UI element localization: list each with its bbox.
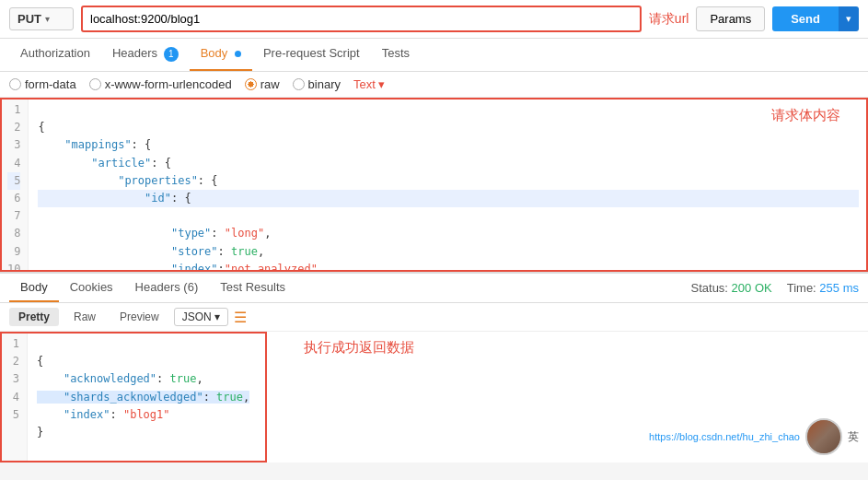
response-annotation: 执行成功返回数据: [304, 339, 414, 357]
json-format-dropdown[interactable]: JSON ▾: [174, 308, 228, 326]
response-line-numbers: 1 2 3 4 5: [0, 332, 28, 462]
send-button[interactable]: Send: [772, 6, 839, 31]
tab-authorization[interactable]: Authorization: [9, 39, 101, 71]
text-format-dropdown[interactable]: Text ▾: [353, 77, 385, 91]
request-body-annotation: 请求体内容: [771, 107, 840, 124]
response-tabs-row: Body Cookies Headers (6) Test Results St…: [0, 274, 868, 303]
json-chevron-icon: ▾: [214, 310, 220, 323]
method-chevron-icon: ▾: [45, 14, 50, 24]
footer-link[interactable]: https://blog.csdn.net/hu_zhi_chao: [649, 431, 800, 442]
request-nav-tabs: Authorization Headers 1 Body Pre-request…: [0, 39, 868, 72]
response-section: Body Cookies Headers (6) Test Results St…: [0, 273, 868, 462]
method-selector[interactable]: PUT ▾: [9, 7, 74, 30]
headers-badge: 1: [164, 47, 179, 62]
tab-pre-request[interactable]: Pre-request Script: [252, 39, 371, 71]
tab-body[interactable]: Body: [190, 39, 252, 71]
avatar-area: https://blog.csdn.net/hu_zhi_chao 英: [649, 418, 859, 455]
radio-form-data[interactable]: form-data: [9, 77, 76, 91]
format-raw[interactable]: Raw: [64, 308, 105, 326]
response-tab-body[interactable]: Body: [9, 274, 59, 302]
radio-binary[interactable]: binary: [293, 77, 341, 91]
request-body-section: 1 2 3 4 5 6 7 8 9 10 11 12 13 14 { "mapp…: [0, 98, 868, 273]
tab-tests[interactable]: Tests: [371, 39, 421, 71]
response-status-area: Status: 200 OK Time: 255 ms: [691, 281, 859, 295]
radio-circle-binary: [293, 78, 305, 90]
tab-headers[interactable]: Headers 1: [101, 39, 190, 71]
avatar-image: [807, 420, 840, 453]
radio-circle-urlencoded: [89, 78, 101, 90]
params-button[interactable]: Params: [696, 6, 765, 31]
url-input[interactable]: [81, 6, 642, 32]
time-label: Time: 255 ms: [787, 281, 859, 295]
response-body-area: 1 2 3 4 5 { "acknowledged": true, "shard…: [0, 332, 868, 462]
body-dot-indicator: [235, 51, 241, 57]
response-tab-test-results[interactable]: Test Results: [209, 274, 296, 302]
status-value: 200 OK: [732, 281, 772, 295]
request-body-editor[interactable]: { "mappings": { "article": { "properties…: [29, 98, 868, 272]
radio-raw[interactable]: raw: [245, 77, 280, 91]
send-dropdown-button[interactable]: ▾: [839, 6, 859, 31]
radio-urlencoded[interactable]: x-www-form-urlencoded: [89, 77, 232, 91]
text-chevron-icon: ▾: [378, 77, 385, 91]
response-tab-cookies[interactable]: Cookies: [59, 274, 124, 302]
filter-icon[interactable]: ☰: [234, 309, 247, 326]
status-label: Status: 200 OK: [691, 281, 772, 295]
body-options-bar: form-data x-www-form-urlencoded raw bina…: [0, 72, 868, 98]
time-value: 255 ms: [819, 281, 859, 295]
method-label: PUT: [17, 12, 41, 26]
username-label: 英: [848, 429, 859, 445]
response-format-bar: Pretty Raw Preview JSON ▾ ☰: [0, 303, 868, 332]
radio-circle-form-data: [9, 78, 21, 90]
radio-circle-raw: [245, 78, 257, 90]
toolbar: PUT ▾ 请求url Params Send ▾: [0, 0, 868, 39]
format-pretty[interactable]: Pretty: [9, 308, 59, 326]
response-tab-headers[interactable]: Headers (6): [124, 274, 210, 302]
send-button-group: Send ▾: [772, 6, 859, 31]
request-line-numbers: 1 2 3 4 5 6 7 8 9 10 11 12 13 14: [0, 98, 29, 272]
format-preview[interactable]: Preview: [110, 308, 168, 326]
avatar: [805, 418, 842, 455]
request-url-hint: 请求url: [649, 11, 689, 28]
